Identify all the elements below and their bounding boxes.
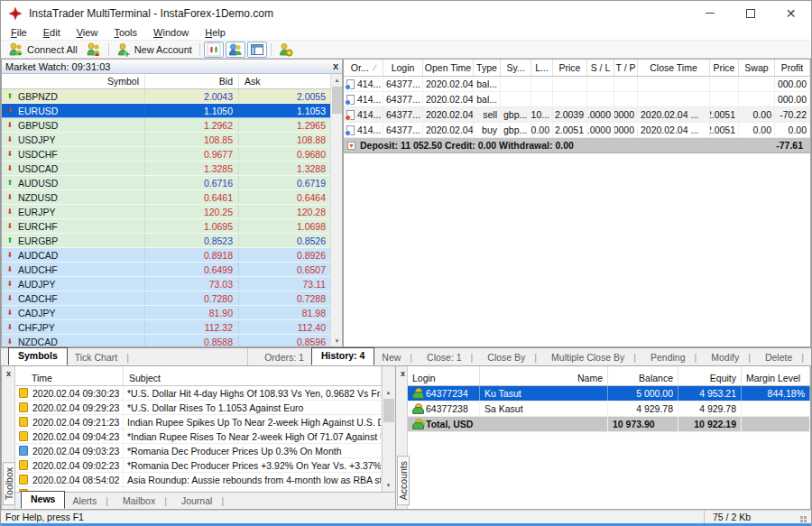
toolbox-toggle-button[interactable] (247, 42, 267, 58)
symbol-row[interactable]: CADCHF 0.7280 0.7288 (2, 291, 332, 306)
column-header[interactable]: Price (710, 60, 739, 76)
symbol-row[interactable]: GBPNZD 2.0043 2.0055 (2, 89, 332, 104)
minimize-button[interactable] (689, 1, 730, 25)
news-row[interactable]: 2020.02.04 09:21:23 Indian Rupee Spikes … (15, 415, 382, 429)
column-header[interactable]: Profit (775, 60, 810, 76)
symbol-row[interactable]: EURJPY 120.25 120.28 (2, 205, 332, 219)
column-header[interactable]: Subject (124, 366, 382, 385)
market-watch-scrollbar[interactable]: ▲ ▼ (330, 74, 342, 346)
orders-tab[interactable]: Close: 1 (420, 350, 480, 365)
scroll-up-icon[interactable]: ▲ (331, 74, 343, 86)
orders-tab[interactable]: Modify (704, 350, 758, 365)
symbol-row[interactable]: EURGBP 0.8523 0.8526 (2, 234, 332, 248)
orders-tab[interactable]: Pending (643, 350, 704, 365)
menu-item[interactable]: Window (145, 26, 197, 39)
symbol-row[interactable]: GBPUSD 1.2962 1.2965 (2, 118, 332, 133)
symbol-row[interactable]: EURCHF 1.0695 1.0698 (2, 219, 332, 234)
orders-tab[interactable]: Multiple Close By (544, 350, 643, 365)
news-row[interactable]: 2020.02.04 09:29:23 *U.S. Dollar Rises T… (15, 401, 382, 415)
symbol-row[interactable]: AUDCAD 0.8918 0.8926 (2, 248, 332, 263)
order-row[interactable]: 414... 64377... 2020.02.04 ... bal... 5 … (344, 77, 810, 92)
order-row[interactable]: 414... 64377... 2020.02.04 ... sell gbp.… (344, 107, 810, 123)
symbol-row[interactable]: USDCAD 1.3285 1.3288 (2, 161, 332, 176)
column-header[interactable]: T / P (614, 60, 638, 76)
news-row[interactable]: 2020.02.04 09:02:23 *Romania Dec Produce… (15, 458, 382, 473)
symbol-row[interactable]: CHFJPY 112.32 112.40 (2, 320, 332, 335)
symbol-row[interactable]: USDJPY 108.85 108.88 (2, 133, 332, 147)
column-header[interactable]: Margin Level (742, 366, 810, 385)
symbol-row[interactable]: CADJPY 81.90 81.98 (2, 306, 332, 320)
toolbox-tab[interactable]: Mailbox (115, 494, 174, 509)
column-header[interactable]: Balance (608, 366, 678, 385)
news-row[interactable]: 2020.02.04 08:54:02 Asia Roundup: Aussie… (15, 473, 382, 487)
column-header[interactable]: Name (480, 366, 608, 385)
orders-tab[interactable]: Orders: 1 (257, 350, 311, 365)
market-watch-tab[interactable]: Symbols (8, 347, 68, 365)
settings-button[interactable] (274, 42, 298, 58)
scroll-down-icon[interactable]: ▼ (383, 479, 394, 491)
new-account-button[interactable]: New Account (112, 42, 197, 58)
symbol-row[interactable]: NZDUSD 0.6461 0.6464 (2, 190, 332, 205)
column-header[interactable]: Swap (739, 60, 775, 76)
close-button[interactable]: ✕ (770, 1, 811, 25)
account-row[interactable]: 64377234 Ku Tasut 5 000.00 4 953.21 844.… (408, 386, 810, 401)
menu-item[interactable]: File (3, 26, 35, 39)
scroll-down-icon[interactable]: ▼ (331, 335, 343, 346)
menu-item[interactable]: Tools (106, 26, 145, 39)
order-row[interactable]: 414... 64377... 2020.02.04 ... bal... 5 … (344, 92, 810, 107)
column-header[interactable]: Symbol (2, 74, 145, 88)
symbol-row[interactable]: AUDUSD 0.6716 0.6719 (2, 176, 332, 190)
column-header[interactable]: Or...∕ (344, 60, 383, 76)
news-scrollbar[interactable]: ▲ ▼ (382, 366, 395, 509)
toolbox-close-button[interactable]: x (4, 368, 14, 378)
symbol-row[interactable]: NZDCAD 0.8588 0.8596 (2, 335, 332, 347)
orders-tab[interactable]: Delete (758, 350, 811, 365)
menu-item[interactable]: View (69, 26, 106, 39)
column-header[interactable]: Time (15, 366, 124, 385)
column-header[interactable]: Login (408, 366, 480, 385)
order-row[interactable]: 414... 64377... 2020.02.04 ... buy gbp..… (344, 123, 810, 138)
accounts-close-button[interactable]: x (398, 368, 408, 378)
scrollbar-thumb[interactable] (383, 399, 394, 422)
column-header[interactable]: Equity (678, 366, 742, 385)
symbol-row[interactable]: USDCHF 0.9677 0.9680 (2, 147, 332, 161)
orders-tab[interactable]: History: 4 (311, 347, 374, 365)
resize-grip[interactable] (804, 516, 807, 519)
column-header[interactable]: Open Time (423, 60, 474, 76)
orders-tab[interactable]: Close By (480, 350, 544, 365)
maximize-button[interactable] (730, 1, 770, 25)
scroll-up-icon[interactable]: ▲ (383, 386, 394, 398)
accounts-vertical-tab[interactable]: Accounts (397, 456, 410, 505)
column-header[interactable]: Type (474, 60, 501, 76)
market-watch-tab[interactable]: Tick Chart (68, 350, 136, 365)
symbol-row[interactable]: AUDCHF 0.6499 0.6507 (2, 263, 332, 277)
toolbox-tab[interactable]: News (21, 491, 65, 509)
market-watch-title-bar[interactable]: Market Watch: 09:31:03 x (2, 60, 342, 74)
toolbox-vertical-tab[interactable]: Toolbox (3, 462, 15, 505)
column-header[interactable]: Sy... (501, 60, 531, 76)
scrollbar-thumb[interactable] (332, 87, 342, 114)
toolbox-tab[interactable]: Journal (174, 494, 231, 509)
orders-tab[interactable]: New (374, 350, 420, 365)
disconnect-button[interactable] (82, 42, 106, 58)
toolbox-tab[interactable]: Alerts (65, 494, 115, 509)
column-header[interactable]: Login (383, 60, 423, 76)
accounts-toggle-button[interactable] (226, 42, 245, 58)
menu-item[interactable]: Help (197, 26, 234, 39)
column-header[interactable]: Ask (239, 74, 332, 88)
market-watch-close-button[interactable]: x (333, 61, 338, 71)
market-watch-toggle-button[interactable] (204, 42, 224, 58)
news-row[interactable]: 2020.02.04 09:30:23 *U.S. Dollar Hit 4-d… (15, 386, 382, 401)
menu-item[interactable]: Edit (35, 26, 69, 39)
column-header[interactable]: Price (553, 60, 587, 76)
symbol-row[interactable]: EURUSD 1.1050 1.1053 (2, 104, 332, 118)
column-header[interactable]: Bid (145, 74, 239, 88)
column-header[interactable]: L... (531, 60, 553, 76)
symbol-row[interactable]: AUDJPY 73.03 73.11 (2, 277, 332, 291)
column-header[interactable]: S / L (587, 60, 614, 76)
news-row[interactable]: 2020.02.04 09:03:23 *Romania Dec Produce… (15, 444, 382, 458)
account-row[interactable]: 64377238 Sa Kasut 4 929.78 4 929.78 (408, 401, 810, 417)
connect-all-button[interactable]: Connect All (5, 42, 82, 58)
news-row[interactable]: 2020.02.04 09:04:23 *Indian Rupee Rises … (15, 429, 382, 444)
column-header[interactable]: Close Time (638, 60, 710, 76)
